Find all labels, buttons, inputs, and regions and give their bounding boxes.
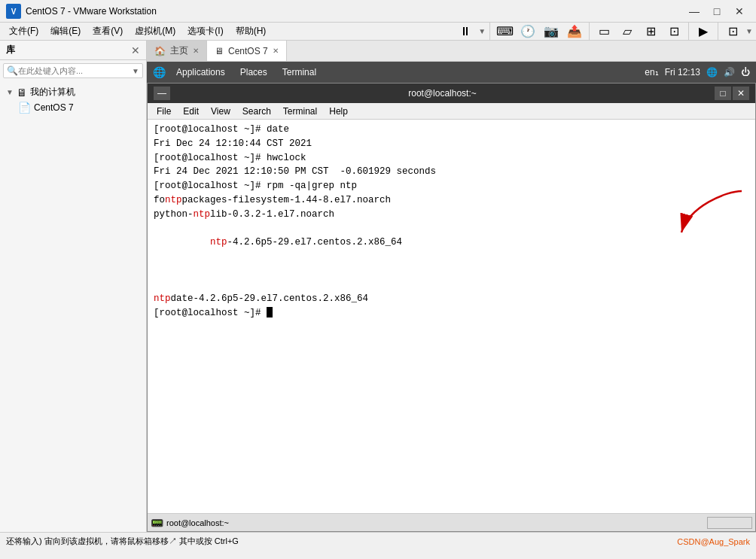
terminal-status-icon: 📟 [151,517,163,529]
view4-button[interactable]: ⊡ [663,23,684,40]
tree-label-mypc: 我的计算机 [30,86,75,99]
terminal-line-2: Fri Dec 24 12:10:44 CST 2021 [154,137,749,151]
tab-centos[interactable]: 🖥 CentOS 7 ✕ [207,41,287,61]
apps-icon: 🌐 [153,66,166,78]
terminal-scroll-thumb[interactable] [707,517,752,529]
search-dropdown-icon[interactable]: ▼ [132,67,139,75]
app-logo: V [6,4,21,19]
vm-icon: 📄 [18,102,31,114]
menu-file[interactable]: 文件(F) [3,23,44,40]
tab-home-close[interactable]: ✕ [193,47,199,55]
terminal-line-6: fontppackages-filesystem-1.44-8.el7.noar… [154,193,749,208]
pause-button[interactable]: ⏸ [455,23,476,40]
gnome-terminal[interactable]: Terminal [275,62,324,83]
window-title: CentOS 7 - VMware Workstation [26,6,684,17]
send-ctrl-alt-del-button[interactable]: ⌨ [494,23,515,40]
tab-bar: 🏠 主页 ✕ 🖥 CentOS 7 ✕ [147,41,756,62]
ntp-highlight-2: ntp [194,209,211,220]
gnome-applications[interactable]: Applications [169,67,233,77]
view2-button[interactable]: ▱ [617,23,638,40]
gnome-time: Fri 12:13 [665,67,700,77]
main-layout: 库 ✕ 🔍 ▼ ▼ 🖥 我的计算机 📄 CentOS 7 🏠 主页 [0,41,756,532]
svg-text:V: V [11,8,17,16]
gnome-network-icon: 🌐 [706,67,718,77]
home-tab-icon: 🏠 [154,46,166,56]
terminal-menu-view[interactable]: View [205,105,236,118]
maximize-button[interactable]: □ [706,3,727,20]
vm-tab-icon: 🖥 [215,46,224,56]
sidebar-search-box[interactable]: 🔍 ▼ [3,63,143,78]
gnome-places[interactable]: Places [233,62,275,83]
terminal-line-3: [root@localhost ~]# hwclock [154,151,749,166]
terminal-line-1: [root@localhost ~]# date [154,123,749,137]
gnome-apps-menu[interactable]: 🌐 Applications [153,66,233,78]
search-icon: 🔍 [7,65,18,76]
computer-icon: 🖥 [17,87,27,99]
terminal-titlebar: — root@localhost:~ □ ✕ [148,84,755,103]
menu-view[interactable]: 查看(V) [87,23,129,40]
menu-tab[interactable]: 选项卡(I) [181,23,229,40]
status-message: 还将输入) 宙向到该虚拟机，请将鼠标箱移移↗ 其中或按 Ctrl+G [6,536,239,547]
tab-centos-label: CentOS 7 [228,46,268,56]
terminal-menu-terminal[interactable]: Terminal [277,105,323,118]
snapshot-button[interactable]: 🕐 [517,23,538,40]
sidebar-tree: ▼ 🖥 我的计算机 📄 CentOS 7 [0,81,146,532]
sidebar-search-input[interactable] [18,66,132,75]
terminal-title: root@localhost:~ [170,88,715,99]
terminal-window: — root@localhost:~ □ ✕ File Edit View Se… [147,83,756,532]
tab-centos-close[interactable]: ✕ [273,47,279,55]
tree-item-mypc[interactable]: ▼ 🖥 我的计算机 [3,84,143,100]
sidebar-title: 库 [6,44,15,56]
view3-button[interactable]: ⊞ [640,23,661,40]
ntp-highlight-3: ntp [210,237,227,248]
window-controls: — □ ✕ [684,3,750,20]
terminal-body[interactable]: [root@localhost ~]# date Fri Dec 24 12:1… [148,120,755,513]
gnome-power-icon: ⏻ [741,67,750,77]
menu-help[interactable]: 帮助(H) [230,23,273,40]
gnome-bar: 🌐 Applications Places Terminal en₁ Fri 1… [147,62,756,83]
terminal-line-5: [root@localhost ~]# rpm -qa|grep ntp [154,179,749,193]
ntp-highlight-4: ntp [154,293,171,304]
bottom-bar-right: CSDN@Aug_Spark [677,537,750,546]
tab-home-label: 主页 [170,44,188,57]
terminal-line-4: Fri 24 Dec 2021 12:10:50 PM CST -0.60192… [154,165,749,179]
terminal-line-9: ntpdate-4.2.6p5-29.el7.centos.2.x86_64 [154,292,749,306]
gnome-volume-icon: 🔊 [724,67,735,77]
sidebar: 库 ✕ 🔍 ▼ ▼ 🖥 我的计算机 📄 CentOS 7 [0,41,147,532]
terminal-minimize-button[interactable]: — [154,87,170,100]
terminal-right-controls: □ ✕ [715,87,749,100]
gnome-right-area: en₁ Fri 12:13 🌐 🔊 ⏻ [645,67,750,77]
terminal-menu-edit[interactable]: Edit [177,105,205,118]
close-button[interactable]: ✕ [729,3,750,20]
tab-home[interactable]: 🏠 主页 ✕ [147,41,207,61]
gnome-locale: en₁ [645,67,658,77]
tree-item-centos[interactable]: 📄 CentOS 7 [3,100,143,115]
terminal-menu-search[interactable]: Search [236,105,277,118]
sidebar-close-button[interactable]: ✕ [131,44,140,56]
terminal-maximize-button[interactable]: □ [715,87,731,100]
tree-expand-icon: ▼ [6,88,14,96]
bottom-bar: 还将输入) 宙向到该虚拟机，请将鼠标箱移移↗ 其中或按 Ctrl+G CSDN@… [0,532,756,550]
terminal-statusbar: 📟 root@localhost:~ [148,513,755,531]
terminal-line-7: python-ntplib-0.3.2-1.el7.noarch [154,208,749,222]
menu-edit[interactable]: 编辑(E) [44,23,87,40]
fullscreen-button[interactable]: ⊡ [722,23,743,40]
terminal-menubar: File Edit View Search Terminal Help [148,103,755,120]
titlebar: V CentOS 7 - VMware Workstation — □ ✕ [0,0,756,23]
snapshot2-button[interactable]: 📷 [541,23,562,40]
main-menubar: 文件(F) 编辑(E) 查看(V) 虚拟机(M) 选项卡(I) 帮助(H) ⏸ … [0,23,756,41]
terminal-menu-file[interactable]: File [151,105,177,118]
ntp-highlight-1: ntp [165,195,182,205]
console-button[interactable]: ▶ [693,23,714,40]
snapshot3-button[interactable]: 📤 [564,23,585,40]
minimize-button[interactable]: — [684,3,705,20]
menu-vm[interactable]: 虚拟机(M) [129,23,181,40]
terminal-menu-help[interactable]: Help [323,105,354,118]
terminal-status-text: root@localhost:~ [166,518,229,527]
view1-button[interactable]: ▭ [593,23,614,40]
terminal-window-controls: — [154,87,170,100]
tree-label-centos: CentOS 7 [34,102,74,113]
terminal-close-button[interactable]: ✕ [733,87,749,100]
terminal-line-8: ntp-4.2.6p5-29.el7.centos.2.x86_64 [154,221,749,292]
sidebar-header: 库 ✕ [0,41,146,60]
